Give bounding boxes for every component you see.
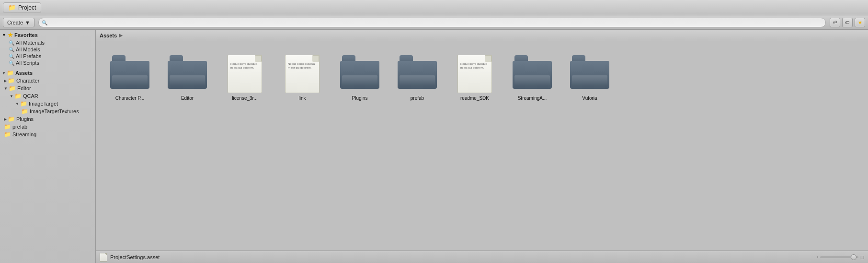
qcar-folder-icon: 📁	[14, 93, 22, 99]
slider-min-icon: ▫	[816, 254, 818, 260]
asset-icon-character-p	[109, 51, 151, 93]
assets-header[interactable]: ▼ 📁 Assets	[0, 68, 95, 77]
star-icon: ★	[858, 20, 862, 25]
plugins-folder-icon: 📁	[8, 116, 15, 122]
sidebar-item-qcar[interactable]: ▼ 📁 QCAR	[0, 92, 95, 100]
sidebar-item-imagetarget[interactable]: ▼ 📁 ImageTarget	[0, 100, 95, 108]
imagetargettextures-label: ImageTargetTextures	[30, 108, 79, 114]
asset-icon-editor	[166, 51, 208, 93]
doc-text-license: Neque porro quisquam est qui dolorem.	[230, 62, 259, 70]
asset-label-prefab: prefab	[409, 95, 425, 101]
folder-icon-vuforia	[570, 55, 609, 89]
toolbar-icons: ⇄ 🏷 ★	[830, 18, 865, 27]
sidebar-item-character[interactable]: ▶ 📁 Character	[0, 77, 95, 84]
asset-icon-readme: Neque porro quisquam est qui dolorem.	[454, 51, 496, 93]
asset-icon-vuforia	[569, 51, 611, 93]
asset-icon-link: Neque porro quisquam est qui dolorem.	[281, 51, 323, 93]
asset-item-readme[interactable]: Neque porro quisquam est qui dolorem. re…	[448, 51, 501, 101]
sidebar-item-prefab[interactable]: 📁 prefab	[0, 123, 95, 131]
prefab-label: prefab	[12, 124, 27, 130]
folder-icon-prefab	[398, 55, 437, 89]
tag-icon: 🏷	[845, 20, 850, 25]
streaming-label: Streaming	[12, 132, 36, 137]
sidebar-item-imagetargettextures[interactable]: 📁 ImageTargetTextures	[0, 108, 95, 115]
sidebar-item-all-scripts[interactable]: 🔍 All Scripts	[0, 60, 95, 66]
slider-max-icon: ◻	[860, 254, 864, 260]
create-arrow: ▼	[25, 20, 30, 25]
plugins-arrow: ▶	[4, 117, 7, 121]
status-file-icon	[100, 253, 107, 262]
prefab-folder-icon: 📁	[4, 123, 11, 130]
window-title-text: Project	[18, 4, 36, 11]
asset-grid[interactable]: Character P... Editor	[96, 41, 868, 251]
sidebar-item-all-materials[interactable]: 🔍 All Materials	[0, 39, 95, 46]
sidebar-item-editor[interactable]: ▼ 📁 Editor	[0, 84, 95, 92]
project-icon: 📁	[8, 4, 16, 11]
asset-item-link[interactable]: Neque porro quisquam est qui dolorem. li…	[276, 51, 329, 101]
asset-label-link: link	[297, 95, 307, 101]
favorites-label: Favorites	[14, 32, 38, 38]
asset-item-license[interactable]: Neque porro quisquam est qui dolorem. li…	[218, 51, 271, 101]
size-slider[interactable]	[820, 256, 858, 258]
asset-item-plugins[interactable]: Plugins	[333, 51, 386, 101]
asset-label-readme: readme_SDK	[459, 95, 491, 101]
search-icon-scripts: 🔍	[9, 60, 14, 66]
asset-label-plugins: Plugins	[351, 95, 369, 101]
character-label: Character	[16, 78, 39, 84]
search-icon-prefabs: 🔍	[9, 54, 14, 59]
sidebar-item-streaming[interactable]: 📁 Streaming	[0, 131, 95, 138]
imagetargettextures-folder-icon: 📁	[21, 108, 28, 115]
favorites-item-prefabs: All Prefabs	[16, 53, 41, 59]
favorites-header[interactable]: ▼ ★ Favorites	[0, 31, 95, 39]
folder-icon-plugins	[340, 55, 379, 89]
breadcrumb-bar: Assets ▶	[96, 30, 868, 41]
sidebar-scroll[interactable]: ▼ ★ Favorites 🔍 All Materials 🔍 All Mode…	[0, 30, 95, 263]
character-folder-icon: 📁	[8, 77, 15, 84]
qcar-arrow: ▼	[10, 94, 13, 98]
favorites-section: ▼ ★ Favorites 🔍 All Materials 🔍 All Mode…	[0, 30, 95, 67]
folder-icon-streaming	[513, 55, 552, 89]
search-icon-materials: 🔍	[9, 40, 14, 46]
asset-item-vuforia[interactable]: Vuforia	[563, 51, 616, 101]
search-wrapper: 🔍	[38, 18, 826, 27]
main-content: ▼ ★ Favorites 🔍 All Materials 🔍 All Mode…	[0, 30, 868, 263]
slider-thumb	[851, 254, 857, 260]
right-panel: Assets ▶ Character P...	[96, 30, 868, 263]
search-icon-models: 🔍	[9, 47, 14, 52]
character-arrow: ▶	[4, 79, 7, 83]
editor-arrow: ▼	[4, 86, 8, 91]
qcar-label: QCAR	[23, 93, 38, 99]
slider-area: ▫ ◻	[816, 254, 864, 260]
assets-folder-icon: 📁	[7, 70, 14, 76]
asset-item-editor[interactable]: Editor	[161, 51, 214, 101]
merge-icon-button[interactable]: ⇄	[830, 18, 840, 27]
asset-item-prefab[interactable]: prefab	[391, 51, 444, 101]
status-file-label: ProjectSettings.asset	[110, 254, 160, 260]
imagetarget-arrow: ▼	[15, 102, 19, 106]
merge-icon: ⇄	[833, 20, 837, 25]
sidebar-item-all-models[interactable]: 🔍 All Models	[0, 46, 95, 53]
top-bar: 📁 Project	[0, 0, 868, 15]
asset-icon-license: Neque porro quisquam est qui dolorem.	[224, 51, 266, 93]
asset-label-license: license_3r...	[230, 95, 259, 101]
sidebar-item-all-prefabs[interactable]: 🔍 All Prefabs	[0, 53, 95, 60]
asset-item-streaming[interactable]: StreamingA...	[506, 51, 559, 101]
asset-label-editor: Editor	[180, 95, 195, 101]
tag-icon-button[interactable]: 🏷	[842, 18, 853, 27]
assets-tree-arrow: ▼	[2, 71, 6, 75]
doc-icon-link: Neque porro quisquam est qui dolorem.	[285, 51, 320, 93]
favorites-item-scripts: All Scripts	[16, 60, 39, 66]
favorites-item-materials: All Materials	[16, 40, 45, 46]
toolbar: Create ▼ 🔍 ⇄ 🏷 ★	[0, 15, 868, 30]
star-icon-button[interactable]: ★	[855, 18, 865, 27]
sidebar-item-plugins[interactable]: ▶ 📁 Plugins	[0, 115, 95, 123]
asset-icon-prefab	[396, 51, 438, 93]
editor-folder-icon: 📁	[9, 85, 16, 92]
create-button[interactable]: Create ▼	[3, 18, 34, 27]
asset-icon-plugins	[339, 51, 381, 93]
imagetarget-label: ImageTarget	[29, 101, 58, 107]
favorites-star-icon: ★	[8, 32, 13, 38]
asset-item-character-p[interactable]: Character P...	[103, 51, 156, 101]
search-input[interactable]	[38, 18, 826, 27]
search-icon: 🔍	[42, 20, 47, 25]
